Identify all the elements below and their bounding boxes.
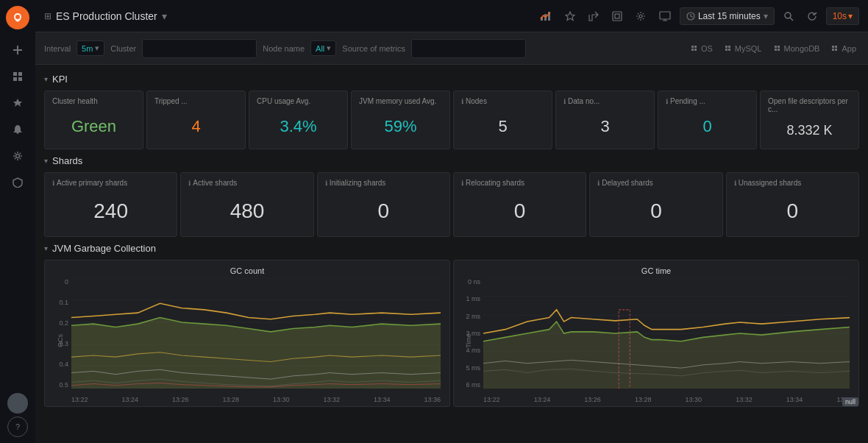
shard-label-relocating: ℹ Relocating shards	[461, 179, 578, 187]
tab-os-label: OS	[701, 44, 713, 53]
tab-mongodb[interactable]: MongoDB	[771, 43, 823, 54]
sidebar-item-add[interactable]	[4, 38, 31, 62]
kpi-card-cpu: CPU usage Avg. 3.4%	[249, 91, 348, 149]
gc-time-chart: GC time 6 ms 5 ms 4 ms 3 ms 2 ms 1 ms 0 …	[453, 260, 859, 407]
shard-value-unassigned: 0	[734, 191, 851, 230]
kpi-label-cluster-health: Cluster health	[52, 97, 135, 105]
filterbar: Interval 5m ▾ Cluster Node name All ▾ So…	[35, 32, 868, 65]
sidebar-logo[interactable]	[6, 6, 29, 29]
svg-rect-29	[778, 49, 780, 51]
svg-rect-4	[13, 77, 17, 81]
shards-grid: ℹ Active primary shards 240 ℹ Active sha…	[44, 172, 859, 237]
time-range-button[interactable]: Last 15 minutes ▾	[680, 7, 775, 25]
kpi-card-nodes: ℹ Nodes 5	[453, 91, 552, 149]
shard-card-unassigned: ℹ Unassigned shards 0	[726, 172, 859, 237]
kpi-toggle[interactable]: ▾	[44, 75, 48, 83]
nav-tabs: OS MySQL MongoDB App	[688, 43, 859, 54]
svg-rect-32	[832, 49, 834, 51]
gc-count-chart: GC count 0.5 0.4 0.3 0.2 0.1 0 GCs	[44, 260, 450, 407]
star-button[interactable]	[561, 8, 580, 24]
interval-value: 10s	[833, 11, 847, 21]
shard-label-unassigned: ℹ Unassigned shards	[734, 179, 851, 187]
gc-time-svg	[483, 278, 850, 389]
svg-rect-23	[728, 46, 730, 48]
kpi-value-tripped: 4	[154, 110, 238, 143]
shard-card-relocating: ℹ Relocating shards 0	[453, 172, 586, 237]
refresh-button[interactable]	[803, 8, 822, 24]
shard-value-active: 480	[188, 191, 305, 230]
search-button[interactable]	[779, 8, 798, 24]
interval-chevron: ▾	[848, 11, 853, 21]
shard-label-delayed: ℹ Delayed shards	[597, 179, 714, 187]
shard-card-active-primary: ℹ Active primary shards 240	[44, 172, 177, 237]
gc-count-y-labels: 0.5 0.4 0.3 0.2 0.1 0	[51, 278, 71, 389]
kpi-label-tripped: Tripped ...	[154, 97, 238, 105]
gc-count-x-labels: 13:22 13:24 13:26 13:28 13:30 13:32 13:3…	[71, 396, 441, 403]
kpi-label-nodes: ℹ Nodes	[461, 97, 544, 105]
svg-rect-27	[778, 46, 780, 48]
shard-card-delayed: ℹ Delayed shards 0	[589, 172, 722, 237]
shards-toggle[interactable]: ▾	[44, 157, 48, 165]
tab-mysql[interactable]: MySQL	[722, 43, 765, 54]
node-name-label: Node name	[263, 44, 305, 53]
share-button[interactable]	[584, 8, 603, 24]
sidebar-item-help[interactable]: ?	[7, 417, 28, 437]
source-input[interactable]	[411, 39, 526, 58]
sidebar-item-shield[interactable]	[4, 171, 31, 194]
svg-marker-6	[13, 99, 22, 107]
cluster-input[interactable]	[142, 39, 257, 58]
settings-button[interactable]	[631, 8, 650, 24]
svg-rect-15	[660, 12, 670, 19]
info-icon-3: ℹ	[666, 98, 668, 105]
svg-rect-13	[615, 14, 619, 18]
svg-rect-30	[832, 46, 834, 48]
kpi-value-cpu: 3.4%	[257, 110, 340, 143]
svg-rect-24	[725, 49, 728, 51]
kpi-value-nodes: 5	[461, 110, 544, 143]
svg-rect-22	[725, 46, 728, 48]
tab-mysql-label: MySQL	[735, 44, 762, 53]
interval-select[interactable]: 5m ▾	[77, 40, 104, 56]
sidebar-item-explore[interactable]	[4, 91, 31, 115]
kpi-label-cpu: CPU usage Avg.	[257, 97, 340, 105]
sidebar-item-settings[interactable]	[4, 144, 31, 168]
node-name-select[interactable]: All ▾	[310, 40, 336, 56]
avatar[interactable]	[7, 393, 28, 414]
gc-count-chart-area: 0.5 0.4 0.3 0.2 0.1 0 GCs	[51, 278, 444, 403]
sidebar-item-alerting[interactable]	[4, 118, 31, 141]
svg-rect-25	[728, 49, 730, 51]
sidebar-item-dashboard[interactable]	[4, 65, 31, 88]
source-label: Source of metrics	[342, 44, 405, 53]
svg-rect-20	[691, 49, 694, 51]
shard-card-initializing: ℹ Initializing shards 0	[317, 172, 450, 237]
title-chevron-icon[interactable]: ▾	[162, 10, 167, 22]
tab-os[interactable]: OS	[688, 43, 716, 54]
svg-rect-26	[775, 46, 777, 48]
kpi-card-file-desc: Open file descriptors per c... 8.332 K	[760, 91, 859, 149]
kpi-value-jvm-mem: 59%	[359, 110, 442, 143]
refresh-interval[interactable]: 10s ▾	[826, 7, 859, 25]
charts-row: GC count 0.5 0.4 0.3 0.2 0.1 0 GCs	[44, 260, 859, 407]
svg-rect-5	[18, 77, 22, 81]
shards-title: Shards	[52, 155, 82, 166]
gc-time-x-labels: 13:22 13:24 13:26 13:28 13:30 13:32 13:3…	[483, 396, 850, 403]
shard-label-active: ℹ Active shards	[188, 179, 305, 187]
shard-value-initializing: 0	[325, 191, 442, 230]
kpi-value-cluster-health: Green	[52, 110, 135, 143]
sidebar: ?	[0, 0, 35, 443]
svg-rect-31	[835, 46, 837, 48]
kpi-card-data-nodes: ℹ Data no... 3	[555, 91, 655, 149]
content-area: ▾ KPI Cluster health Green Tripped ... 4…	[35, 65, 868, 443]
panel-button[interactable]	[608, 8, 627, 24]
kpi-section-header: ▾ KPI	[44, 74, 859, 85]
gc-count-y-axis-label: GCs	[57, 334, 64, 347]
monitor-button[interactable]	[655, 8, 675, 24]
svg-rect-28	[775, 49, 777, 51]
tab-app[interactable]: App	[828, 43, 859, 54]
graph-button[interactable]	[536, 8, 556, 24]
jvm-title: JVM Garbage Collection	[52, 243, 156, 254]
null-badge: null	[842, 397, 858, 406]
dashboard-title-area: ⊞ ES Production Cluster ▾	[44, 10, 167, 22]
svg-point-14	[639, 15, 642, 18]
jvm-toggle[interactable]: ▾	[44, 244, 48, 252]
